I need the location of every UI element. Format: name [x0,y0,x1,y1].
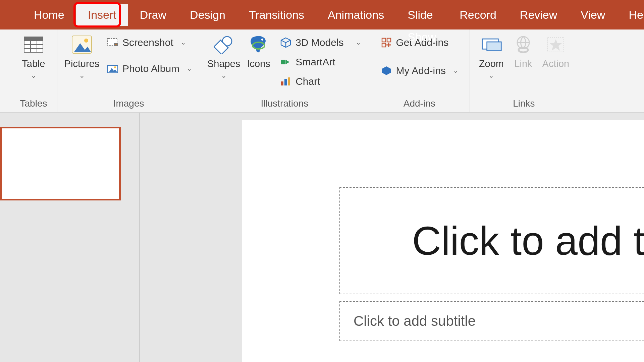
svg-rect-1 [24,37,43,41]
chart-icon [280,76,291,87]
chevron-down-icon: ⌄ [488,71,494,79]
group-cutoff-left: s [0,29,10,112]
group-images: Pictures ⌄ + Screenshot ⌄ [57,29,200,112]
chevron-down-icon: ⌄ [187,65,192,72]
svg-marker-22 [285,60,289,64]
tab-animations[interactable]: Animations [316,4,396,26]
group-addins-label: Add-ins [374,98,465,110]
zoom-button[interactable]: Zoom ⌄ [475,33,508,79]
svg-rect-26 [382,38,386,42]
tab-draw[interactable]: Draw [128,4,178,26]
group-links: Zoom ⌄ Link ⌄ [470,29,578,112]
shapes-button[interactable]: Shapes ⌄ [205,33,243,79]
svg-marker-31 [382,66,391,75]
group-tables: Table ⌄ Tables [10,29,57,112]
svg-text:+: + [115,42,117,47]
tab-slideshow[interactable]: Slide Show [396,4,448,26]
tab-insert[interactable]: Insert [76,4,128,26]
table-label: Table [22,58,45,69]
group-links-label: Links [475,98,573,110]
action-label: Action [542,58,570,69]
store-icon [381,37,392,48]
icons-button[interactable]: Icons [243,33,275,69]
slide-thumbnail-panel [0,113,140,362]
tab-transitions[interactable]: Transitions [237,4,316,26]
pictures-label: Pictures [64,58,100,69]
screenshot-label: Screenshot [122,37,173,48]
smartart-label: SmartArt [296,56,335,68]
pictures-button[interactable]: Pictures ⌄ [62,33,102,79]
slide[interactable]: Click to add title Click to add subtitle [242,120,644,362]
link-button[interactable]: Link ⌄ [508,33,538,79]
ribbon: s Table ⌄ Tables [0,29,644,113]
ribbon-tabbar: Home Insert Draw Design Transitions Anim… [0,0,644,29]
chevron-down-icon: ⌄ [31,71,37,79]
tab-design[interactable]: Design [178,4,237,26]
svg-point-14 [114,66,116,68]
addin-icon [381,65,392,76]
chart-button[interactable]: Chart [277,72,364,91]
chart-label: Chart [296,76,320,87]
chevron-down-icon: ⌄ [356,39,361,46]
smartart-button[interactable]: SmartArt [277,52,364,72]
icons-icon [248,34,269,55]
title-placeholder-text: Click to add title [412,218,644,264]
my-addins-button[interactable]: My Add-ins ⌄ [377,61,462,80]
tab-home[interactable]: Home [22,4,76,26]
svg-rect-23 [281,81,283,85]
title-placeholder[interactable]: Click to add title [339,187,644,294]
svg-rect-21 [281,60,285,64]
action-star-icon [545,34,566,55]
chevron-down-icon: ⌄ [181,39,186,46]
photo-album-button[interactable]: Photo Album ⌄ [104,59,195,78]
group-images-label: Images [62,98,195,110]
tab-review[interactable]: Review [508,4,569,26]
photo-album-label: Photo Album [122,63,179,74]
svg-rect-24 [284,79,287,85]
table-button[interactable]: Table ⌄ [15,33,52,79]
svg-rect-28 [382,43,386,47]
svg-rect-27 [387,38,391,42]
table-icon [23,34,44,55]
group-illustrations: Shapes ⌄ Icons [200,29,369,112]
icons-label: Icons [247,58,270,69]
pictures-icon [71,34,92,55]
smartart-icon [280,56,291,68]
screenshot-icon: + [107,37,118,48]
subtitle-placeholder-text: Click to add subtitle [354,313,476,329]
svg-rect-33 [487,42,501,51]
svg-rect-25 [288,77,290,85]
tab-help[interactable]: Help [617,4,644,26]
tab-view[interactable]: View [569,4,617,26]
3d-models-button[interactable]: 3D Models ⌄ [277,33,364,52]
slide-canvas-area[interactable]: Click to add title Click to add subtitle [140,113,644,362]
screenshot-button[interactable]: + Screenshot ⌄ [104,33,195,52]
3d-models-label: 3D Models [296,37,343,48]
link-label: Link [514,58,532,69]
zoom-label: Zoom [479,58,504,69]
group-tables-label: Tables [15,98,52,110]
group-illustrations-label: Illustrations [205,98,364,110]
subtitle-placeholder[interactable]: Click to add subtitle [339,301,644,341]
svg-marker-38 [550,39,562,51]
slide-thumbnail-1[interactable] [0,127,121,200]
shapes-icon [213,34,234,55]
cube-icon [280,37,291,48]
tab-record[interactable]: Record [448,4,508,26]
my-addins-label: My Add-ins [396,65,446,76]
workspace: Click to add title Click to add subtitle [0,113,644,362]
svg-point-17 [261,39,263,41]
chevron-down-icon: ⌄ [453,67,458,74]
action-button[interactable]: Action ⌄ [538,33,573,79]
chevron-down-icon: ⌄ [221,71,227,79]
shapes-label: Shapes [207,58,240,69]
photo-album-icon [107,63,118,74]
svg-point-36 [519,48,528,52]
zoom-slide-icon [481,34,502,55]
chevron-down-icon: ⌄ [79,71,85,79]
link-icon [513,34,534,55]
svg-point-7 [84,39,88,43]
